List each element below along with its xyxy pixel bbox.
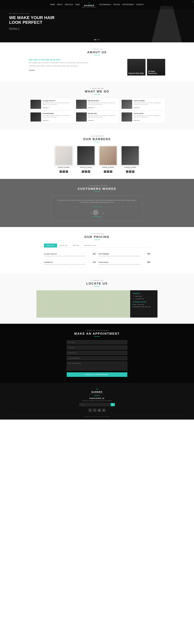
footer-email-input[interactable] xyxy=(79,403,110,406)
appt-submit-btn[interactable]: MAKE AN APPOINTMENT xyxy=(67,372,127,377)
testimonials-underline xyxy=(94,192,100,192)
testimonial-next-btn[interactable]: › xyxy=(103,212,103,215)
barber-photo-4 xyxy=(121,146,139,166)
hero-dot-3[interactable] xyxy=(99,39,100,40)
pricing-row-1: CLASSIC HAIR CUT 12$ Nam voluptatem ulla… xyxy=(44,251,150,259)
barber-social-tw-3[interactable]: t xyxy=(107,170,109,173)
barber-role-4: Barber xyxy=(120,168,140,170)
scissors-icon: ✂ xyxy=(88,2,90,4)
testimonial-prev-btn[interactable]: ‹ xyxy=(91,212,91,215)
service-info-beard-trim: BEARD TRIM Nam voluptatem ullamco sit am… xyxy=(88,113,118,122)
locate-container: ADDRESS 📍 Pablo, France 📞 +11 346 567 12… xyxy=(36,290,158,318)
about-description: Nam voluptatem ullam, sit amet libero in… xyxy=(29,62,124,64)
appt-email-input[interactable] xyxy=(67,346,127,350)
hero-dot-1[interactable] xyxy=(95,39,96,40)
barber-social-in-2[interactable]: in xyxy=(88,170,90,173)
nav-pricing[interactable]: Pricing xyxy=(113,4,120,6)
service-name-classic: CLASSIC HAIR CUT xyxy=(43,100,72,102)
barber-name-3: DAVID ALISON xyxy=(98,167,118,168)
about-card-label-1: Expert In Hair Style xyxy=(127,71,145,76)
read-review-link[interactable]: READ REVIEW xyxy=(55,206,139,207)
about-read-more-link[interactable]: Read More xyxy=(29,69,35,71)
footer-subscribe-btn[interactable]: ▶ xyxy=(110,403,115,406)
barber-social-in-3[interactable]: in xyxy=(110,170,112,173)
barber-social-in-4[interactable]: in xyxy=(132,170,134,173)
service-readmore-beard-waxing[interactable]: Read More ✕ xyxy=(88,107,95,108)
barber-card-3: DAVID ALISON Barber f t in xyxy=(98,146,118,173)
barber-social-fb-4[interactable]: f xyxy=(126,170,128,173)
nav-team[interactable]: Team xyxy=(75,4,80,6)
barber-role-3: Barber xyxy=(98,168,118,170)
about-underline xyxy=(94,55,100,55)
locate-hours-1: Mon - Fri: 8am - 8pm xyxy=(133,304,155,305)
barber-social-tw-1[interactable]: t xyxy=(63,170,65,173)
service-item-clean-shave: CLEAN SHAVE Nam voluptatem ullamco sit a… xyxy=(120,111,165,123)
pricing-desc-cleanshave: Nam voluptatem ullamco sit amet libero i… xyxy=(99,264,150,265)
appt-message-textarea[interactable] xyxy=(67,362,127,370)
service-item-beard-trim: BEARD TRIM Nam voluptatem ullamco sit am… xyxy=(74,111,120,123)
service-img-clean-shave xyxy=(122,112,132,122)
pricing-name-classic: CLASSIC HAIR CUT xyxy=(44,253,57,255)
nav-services[interactable]: Services xyxy=(65,4,73,6)
service-readmore-classic[interactable]: Read More ✕ xyxy=(43,107,49,108)
footer-subscribe-desc: Subscribe to our Newsletter to get lates… xyxy=(9,400,185,401)
service-readmore-straightening[interactable]: Read More ✕ xyxy=(43,120,49,121)
hero-dot-2[interactable] xyxy=(97,39,98,40)
footer-social-in[interactable]: in xyxy=(102,409,105,412)
barber-social-tw-2[interactable]: t xyxy=(85,170,87,173)
service-item-classic: CLASSIC HAIR CUT Nam voluptatem ullamco … xyxy=(29,98,74,110)
footer-social-tw[interactable]: t xyxy=(93,409,96,412)
service-desc-beard-trim: Nam voluptatem ullamco sit amet libero i… xyxy=(88,115,118,118)
footer-social-fb[interactable]: f xyxy=(89,409,92,412)
service-desc-classic: Nam voluptatem ullamco sit amet libero i… xyxy=(43,102,72,105)
barber-social-fb-2[interactable]: f xyxy=(82,170,84,173)
site-logo[interactable]: ✂ BARBER BEST HAIR SALON xyxy=(82,2,97,8)
service-desc-beard-waxing: Nam voluptatem ullamco sit amet libero i… xyxy=(88,102,118,105)
nav-about[interactable]: About xyxy=(57,4,63,6)
pricing-tab-beardstyle[interactable]: BEARD STYLE xyxy=(82,244,99,248)
appt-name-input[interactable] xyxy=(67,340,127,344)
barber-social-fb-1[interactable]: f xyxy=(60,170,62,173)
nav-home[interactable]: Home xyxy=(50,4,55,6)
pricing-item-header-cleanshave: CLEAN SHAVE 09$ xyxy=(99,261,150,263)
barber-social-fb-3[interactable]: f xyxy=(104,170,106,173)
service-readmore-beard-trim[interactable]: Read More ✕ xyxy=(88,120,95,121)
service-desc-clean-shave: Nam voluptatem ullamco sit amet libero i… xyxy=(134,115,163,118)
footer-social-gp[interactable]: g+ xyxy=(98,409,101,412)
pricing-tab-waxing[interactable]: WAXING xyxy=(70,244,82,248)
nav-appointment[interactable]: Appointment xyxy=(122,4,134,6)
nav-contact[interactable]: Contact xyxy=(136,4,144,6)
about-section: ABOUT US ABOUT US WELCOME TO OUR HAIR SA… xyxy=(0,42,194,82)
service-readmore-hair-coloring[interactable]: Read More ✕ xyxy=(134,107,140,108)
barber-photo-1 xyxy=(55,146,73,166)
pricing-table: CLASSIC HAIR CUT 12$ Nam voluptatem ulla… xyxy=(44,251,150,268)
appointment-tag: MAKE AN APPOINTMENT xyxy=(9,330,185,331)
pricing-tag: OUR PRICING xyxy=(9,233,185,234)
footer-subscribe-title: SUBSCRIBE US xyxy=(9,398,185,399)
hero-read-more-btn[interactable]: Read More ✕ xyxy=(9,28,20,30)
footer-logo: ✂ BARBER BEST HAIR SALON xyxy=(9,388,185,394)
service-info-straightening: STRAIGHTENING Nam voluptatem ullamco sit… xyxy=(43,113,72,122)
appt-phone-input[interactable] xyxy=(67,351,127,355)
pricing-tab-haircut[interactable]: HAIR CUT xyxy=(44,244,57,248)
nav-testimonials[interactable]: Testimonials xyxy=(99,4,111,6)
pricing-name-trimming: HAIR TRIMMING xyxy=(99,253,109,255)
pricing-section: OUR PRICING OUR PRICING HAIR CUT MAKE UP… xyxy=(0,227,194,274)
about-section-tag: ABOUT US xyxy=(9,48,185,50)
barbers-section: OUR BARBERS OUR BARBERS DAVID ALISON Bar… xyxy=(0,129,194,179)
pricing-tab-makeup[interactable]: MAKE UP xyxy=(57,244,70,248)
locate-tag: LOCATE US xyxy=(9,280,185,281)
footer-email-row: ▶ xyxy=(9,403,185,406)
appt-date-input[interactable] xyxy=(67,356,127,360)
service-item-hair-coloring: HAIR COLORING Nam voluptatem ullamco sit… xyxy=(120,98,165,110)
service-readmore-clean-shave[interactable]: Read More ✕ xyxy=(134,120,140,121)
barber-social-tw-4[interactable]: t xyxy=(129,170,131,173)
locate-underline xyxy=(94,286,100,286)
logo-name: BARBER xyxy=(84,4,95,7)
locate-section: LOCATE US LOCATE US ADDRESS 📍 Pablo, Fra… xyxy=(0,274,194,324)
barber-social-in-1[interactable]: in xyxy=(66,170,68,173)
testimonials-section: CUSTOMERS WORDS CUSTOMERS WORDS Donec la… xyxy=(0,179,194,227)
locate-hours-text-2: Saturday and Sunday: 10am - 4pm xyxy=(134,306,150,308)
pricing-item-header-classic: CLASSIC HAIR CUT 12$ xyxy=(44,253,95,255)
service-name-beard-waxing: BEARD WAXING xyxy=(88,100,118,102)
